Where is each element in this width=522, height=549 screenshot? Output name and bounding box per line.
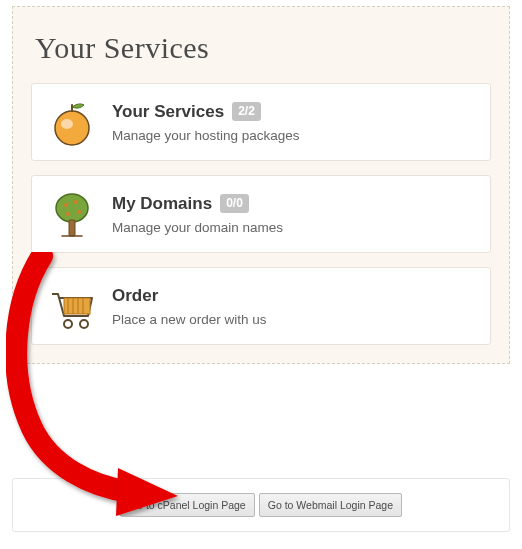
- cart-icon: [46, 280, 98, 332]
- domains-count-badge: 0/0: [220, 194, 249, 212]
- card-subtitle: Place a new order with us: [112, 312, 476, 327]
- services-count-badge: 2/2: [232, 102, 261, 120]
- svg-point-4: [74, 200, 78, 204]
- card-title: Your Services: [112, 102, 224, 122]
- svg-point-14: [80, 320, 88, 328]
- cpanel-login-button[interactable]: Go to cPanel Login Page: [120, 493, 255, 517]
- svg-point-5: [77, 210, 81, 214]
- card-title: My Domains: [112, 194, 212, 214]
- card-my-domains[interactable]: My Domains 0/0 Manage your domain names: [31, 175, 491, 253]
- card-body: Your Services 2/2 Manage your hosting pa…: [112, 102, 476, 143]
- card-order[interactable]: Order Place a new order with us: [31, 267, 491, 345]
- card-title: Order: [112, 286, 158, 306]
- panel-title: Your Services: [35, 31, 491, 65]
- card-subtitle: Manage your hosting packages: [112, 128, 476, 143]
- svg-point-2: [56, 194, 88, 222]
- services-panel: Your Services Your Services 2/2 Manage y…: [12, 6, 510, 364]
- card-body: Order Place a new order with us: [112, 286, 476, 327]
- svg-point-6: [66, 212, 70, 216]
- svg-point-0: [55, 111, 89, 145]
- svg-point-13: [64, 320, 72, 328]
- card-subtitle: Manage your domain names: [112, 220, 476, 235]
- card-your-services[interactable]: Your Services 2/2 Manage your hosting pa…: [31, 83, 491, 161]
- login-button-bar: Go to cPanel Login Page Go to Webmail Lo…: [12, 478, 510, 532]
- svg-point-3: [64, 203, 68, 207]
- svg-point-1: [61, 119, 73, 129]
- tree-icon: [46, 188, 98, 240]
- svg-rect-7: [69, 220, 75, 236]
- webmail-login-button[interactable]: Go to Webmail Login Page: [259, 493, 402, 517]
- card-body: My Domains 0/0 Manage your domain names: [112, 194, 476, 235]
- orange-icon: [46, 96, 98, 148]
